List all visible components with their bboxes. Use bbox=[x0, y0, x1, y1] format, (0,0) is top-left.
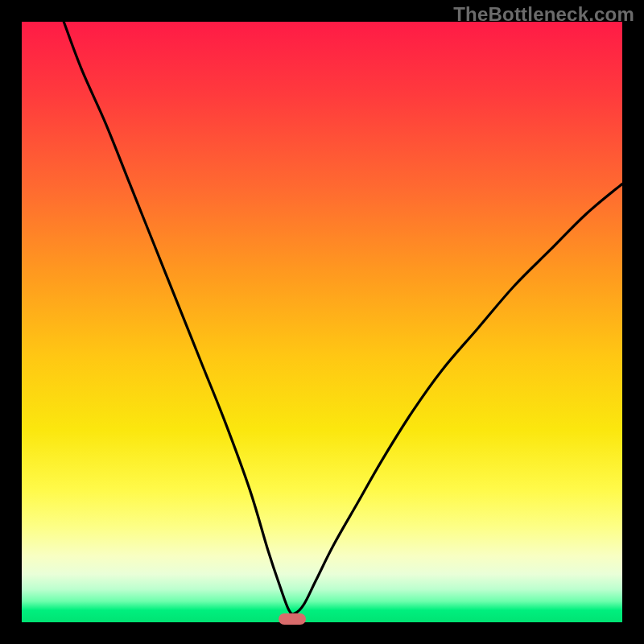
bottleneck-curve bbox=[64, 22, 622, 614]
curve-svg bbox=[22, 22, 622, 622]
plot-area bbox=[22, 22, 622, 622]
chart-frame: TheBottleneck.com bbox=[0, 0, 644, 644]
watermark-text: TheBottleneck.com bbox=[453, 3, 634, 26]
min-marker bbox=[279, 613, 306, 625]
